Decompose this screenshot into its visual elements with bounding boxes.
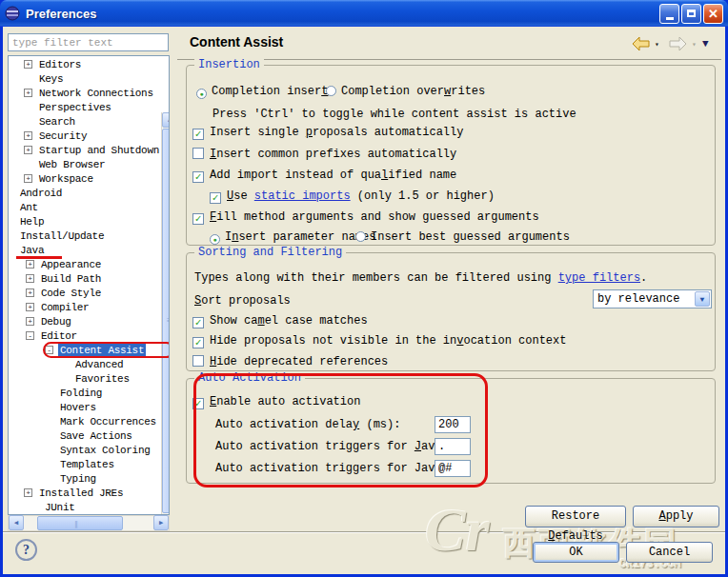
java-triggers-input[interactable] xyxy=(435,438,471,455)
javadoc-triggers-input[interactable] xyxy=(435,460,471,477)
radio-icon[interactable]: ● xyxy=(196,89,207,99)
tree-item-label[interactable]: Startup and Shutdown xyxy=(37,144,161,158)
tree-item-network-connections[interactable]: +Network Connections xyxy=(9,87,153,101)
tree-item-workspace[interactable]: +Workspace xyxy=(9,172,153,187)
tree-item-label[interactable]: Templates xyxy=(58,458,116,472)
scroll-left-icon[interactable]: ◀ xyxy=(9,515,24,530)
tree-item-installed-jres[interactable]: +Installed JREs xyxy=(9,487,153,501)
checkbox-icon[interactable]: ✓ xyxy=(192,337,204,348)
tree-item-junit[interactable]: JUnit xyxy=(9,501,153,515)
tree-item-label[interactable]: Keys xyxy=(37,72,65,87)
expand-plus-icon[interactable]: + xyxy=(24,60,32,69)
tree-item-label[interactable]: Network Connections xyxy=(37,87,155,101)
tree-item-label[interactable]: Hovers xyxy=(58,401,98,415)
radio-insert-best-guessed[interactable]: Insert best guessed arguments xyxy=(355,230,570,245)
tree-item-label[interactable]: Appearance xyxy=(39,258,103,272)
tree-item-label[interactable]: Security xyxy=(37,129,89,144)
tree-item-install-update[interactable]: Install/Update xyxy=(9,229,153,244)
tree-item-label[interactable]: Typing xyxy=(58,472,98,487)
sort-proposals-dropdown[interactable]: by relevance ▼ xyxy=(593,289,712,308)
tree-item-typing[interactable]: Typing xyxy=(9,472,153,487)
tree-item-syntax-coloring[interactable]: Syntax Coloring xyxy=(9,444,153,458)
checkbox-icon[interactable] xyxy=(192,148,204,159)
radio-completion-inserts[interactable]: ●Completion inserts xyxy=(196,85,335,99)
tree-item-label[interactable]: Ant xyxy=(18,201,40,215)
tree-item-label[interactable]: Installed JREs xyxy=(37,487,125,501)
tree-item-label[interactable]: Java xyxy=(18,244,46,258)
tree-item-label[interactable]: JUnit xyxy=(43,501,77,515)
ok-button[interactable]: OK xyxy=(533,542,619,563)
tree-item-favorites[interactable]: Favorites xyxy=(9,372,153,387)
auto-delay-input[interactable] xyxy=(435,416,471,433)
tree-item-java[interactable]: Java xyxy=(9,244,153,258)
checkbox-icon[interactable]: ✓ xyxy=(192,171,204,183)
radio-icon[interactable] xyxy=(355,231,366,242)
tree-item-debug[interactable]: +Debug xyxy=(9,315,153,329)
tree-item-editors[interactable]: +Editors xyxy=(9,58,153,72)
expand-plus-icon[interactable]: + xyxy=(24,488,32,497)
apply-button[interactable]: Apply xyxy=(633,506,719,527)
tree-item-search[interactable]: Search xyxy=(9,115,153,129)
forward-dropdown-icon[interactable]: ▾ xyxy=(692,40,697,49)
checkbox-icon[interactable]: ✓ xyxy=(192,213,204,225)
tree-item-folding[interactable]: Folding xyxy=(9,387,153,401)
tree-item-compiler[interactable]: +Compiler xyxy=(9,301,153,315)
tree-item-mark-occurrences[interactable]: Mark Occurrences xyxy=(9,415,153,429)
expand-plus-icon[interactable]: + xyxy=(26,303,34,311)
maximize-button[interactable] xyxy=(681,4,701,24)
tree-item-label[interactable]: Workspace xyxy=(37,172,95,187)
tree-item-label[interactable]: Advanced xyxy=(73,358,125,372)
radio-completion-overwrites[interactable]: Completion overwrites xyxy=(326,85,485,99)
tree-item-label[interactable]: Search xyxy=(37,115,77,129)
tree-item-build-path[interactable]: +Build Path xyxy=(9,272,153,287)
cancel-button[interactable]: Cancel xyxy=(626,542,713,563)
checkbox-insert-common-prefixes[interactable]: Insert common prefixes automatically xyxy=(192,148,456,162)
checkbox-insert-single-proposals[interactable]: ✓Insert single proposals automatically xyxy=(192,126,463,140)
expand-plus-icon[interactable]: + xyxy=(26,317,34,326)
tree-item-label[interactable]: Build Path xyxy=(39,272,103,287)
tree-item-hovers[interactable]: Hovers xyxy=(9,401,153,415)
checkbox-show-camel-case[interactable]: ✓Show camel case matches xyxy=(192,314,368,328)
expand-plus-icon[interactable]: + xyxy=(26,260,34,269)
tree-item-label[interactable]: Syntax Coloring xyxy=(58,444,152,458)
checkbox-icon[interactable]: ✓ xyxy=(192,129,204,140)
tree-item-label[interactable]: Content Assist xyxy=(58,344,146,358)
minimize-button[interactable] xyxy=(659,4,679,24)
radio-insert-parameter-names[interactable]: ●Insert parameter names xyxy=(210,230,375,245)
vertical-scroll-thumb[interactable]: ≡ xyxy=(162,129,170,513)
tree-item-label[interactable]: Code Style xyxy=(39,287,103,301)
checkbox-add-import[interactable]: ✓Add import instead of qualified name xyxy=(192,169,456,183)
expand-plus-icon[interactable]: + xyxy=(24,131,32,140)
back-dropdown-icon[interactable]: ▾ xyxy=(655,40,659,49)
tree-item-label[interactable]: Android xyxy=(18,187,64,201)
filter-input[interactable] xyxy=(8,33,169,51)
expand-plus-icon[interactable]: + xyxy=(24,89,32,97)
tree-item-startup-and-shutdown[interactable]: +Startup and Shutdown xyxy=(9,144,153,158)
radio-icon[interactable] xyxy=(326,86,336,96)
checkbox-enable-auto-activation[interactable]: ✓Enable auto activation xyxy=(192,395,360,409)
checkbox-fill-method-arguments[interactable]: ✓Fill method arguments and show guessed … xyxy=(192,210,539,225)
tree-item-code-style[interactable]: +Code Style xyxy=(9,287,153,301)
restore-defaults-button[interactable]: Restore Defaults xyxy=(525,506,626,527)
tree-item-save-actions[interactable]: Save Actions xyxy=(9,429,153,444)
close-button[interactable]: ✕ xyxy=(703,4,723,24)
tree-item-keys[interactable]: Keys xyxy=(9,72,153,87)
tree-item-content-assist[interactable]: -Content Assist xyxy=(9,344,153,358)
expand-plus-icon[interactable]: + xyxy=(24,174,32,183)
view-menu-icon[interactable]: ▼ xyxy=(702,38,709,50)
checkbox-icon[interactable]: ✓ xyxy=(192,317,204,328)
tree-item-security[interactable]: +Security xyxy=(9,129,153,144)
help-button[interactable]: ? xyxy=(15,539,37,561)
chevron-down-icon[interactable]: ▼ xyxy=(695,291,710,307)
tree-item-label[interactable]: Favorites xyxy=(73,372,131,387)
scroll-up-icon[interactable]: ▲ xyxy=(162,112,170,128)
tree-item-label[interactable]: Compiler xyxy=(39,301,91,315)
forward-arrow-icon[interactable] xyxy=(667,36,688,52)
collapse-minus-icon[interactable]: - xyxy=(26,331,34,340)
tree-item-help[interactable]: Help xyxy=(9,215,153,229)
title-bar[interactable]: Preferences ✕ xyxy=(0,0,728,27)
tree-item-label[interactable]: Mark Occurrences xyxy=(58,415,158,429)
tree-horizontal-scrollbar[interactable]: ◀ ∥ ▶ xyxy=(8,515,170,531)
horizontal-scroll-thumb[interactable]: ∥ xyxy=(37,516,123,530)
collapse-minus-icon[interactable]: - xyxy=(45,346,53,354)
